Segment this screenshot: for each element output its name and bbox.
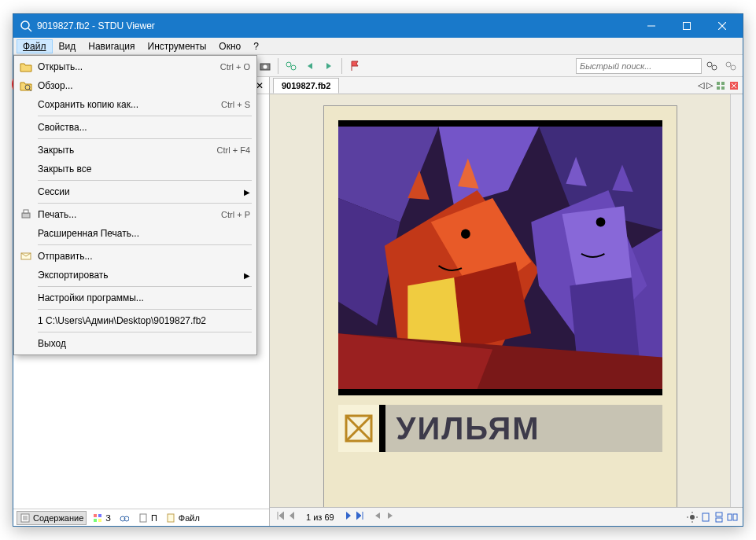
svg-rect-38 [717,86,720,90]
svg-point-21 [712,65,717,70]
sidebar-tab-contents[interactable]: Содержание [17,511,87,525]
svg-line-1 [28,28,31,31]
svg-point-20 [707,62,712,67]
menu-open[interactable]: Открыть...Ctrl + O [16,57,255,76]
svg-rect-79 [22,213,30,218]
svg-point-59 [596,217,605,226]
status-bar: 1 из 69 [270,507,743,526]
sidebar-tab-search[interactable]: П [135,512,160,524]
menu-tools[interactable]: Инструменты [142,39,213,53]
sidebar-tab-bookmarks[interactable] [116,512,132,524]
menu-advanced-print[interactable]: Расширенная Печать... [16,224,255,243]
sidebar-tab-thumbnails[interactable]: З [90,512,113,524]
menu-recent-1[interactable]: 1 C:\Users\Админ\Desktop\9019827.fb2 [16,311,255,330]
svg-rect-74 [716,518,722,522]
svg-rect-39 [721,86,725,90]
menu-help[interactable]: ? [247,39,265,53]
last-page-icon[interactable] [355,510,366,523]
tab-close-icon[interactable] [728,80,739,91]
menu-send[interactable]: Отправить... [16,247,255,266]
titlebar[interactable]: 9019827.fb2 - STDU Viewer [13,14,743,38]
brightness-icon[interactable] [687,512,698,523]
main-area: 9019827.fb2 ◁ ▷ [270,77,743,526]
menu-save-copy[interactable]: Сохранить копию как...Ctrl + S [16,95,255,114]
nav-back-icon[interactable] [372,510,383,523]
menu-export[interactable]: Экспортировать▶ [16,266,255,285]
svg-rect-72 [703,513,709,521]
menu-close-all[interactable]: Закрыть все [16,160,255,178]
svg-rect-73 [716,512,722,516]
menu-close[interactable]: ЗакрытьCtrl + F4 [16,141,255,160]
prev-page-icon[interactable] [287,510,297,523]
layout-facing-icon[interactable] [727,512,738,523]
menu-settings[interactable]: Настройки программы... [16,288,255,307]
svg-rect-36 [717,82,720,85]
file-icon [165,512,176,523]
menu-window[interactable]: Окно [212,39,247,53]
svg-rect-80 [24,210,28,213]
find-prev-icon[interactable] [301,57,319,75]
vertical-scrollbar[interactable] [730,94,743,507]
document-page: УИЛЬЯМ [323,105,677,507]
svg-rect-37 [721,82,725,85]
first-page-icon[interactable] [275,510,286,523]
svg-point-23 [731,65,736,70]
thumbnails-icon [92,512,103,523]
svg-point-22 [726,62,731,67]
folder-search-icon [19,79,33,93]
document-tabs: 9019827.fb2 ◁ ▷ [270,77,743,94]
svg-rect-29 [98,514,101,517]
tab-grid-icon[interactable] [715,80,726,91]
book-logo-icon [338,405,385,452]
flag-icon[interactable] [346,57,363,75]
search-input[interactable] [576,58,702,74]
svg-rect-31 [98,519,101,522]
tab-next-icon[interactable]: ▷ [706,80,713,91]
app-window: 9019827.fb2 - STDU Viewer Файл Вид Навиг… [13,13,743,527]
svg-rect-28 [94,514,97,517]
search-go-icon[interactable] [703,57,721,75]
svg-point-18 [286,62,291,67]
layout-continuous-icon[interactable] [714,512,725,523]
svg-rect-34 [140,514,146,522]
svg-rect-76 [733,514,737,520]
snapshot-icon[interactable] [256,57,274,75]
nav-forward-icon[interactable] [385,510,396,523]
maximize-button[interactable] [669,14,704,38]
menu-file[interactable]: Файл [17,39,53,53]
document-tab[interactable]: 9019827.fb2 [273,78,339,94]
menu-browse[interactable]: Обзор... [16,76,255,95]
envelope-icon [19,249,33,263]
svg-point-0 [21,21,29,29]
layout-single-icon[interactable] [700,512,711,523]
svg-rect-3 [683,23,690,30]
menu-view[interactable]: Вид [53,39,83,53]
search-advanced-icon[interactable] [722,57,739,75]
sidebar-tab-file[interactable]: Файл [163,512,202,524]
find-next-icon[interactable] [320,57,337,75]
svg-rect-75 [728,514,732,520]
svg-rect-35 [168,514,174,522]
app-icon [20,20,32,32]
tab-prev-icon[interactable]: ◁ [698,80,704,91]
sidebar-tabs: Содержание З П Файл [13,509,269,526]
svg-rect-30 [94,519,97,522]
menu-sessions[interactable]: Сессии▶ [16,182,255,201]
document-viewer[interactable]: УИЛЬЯМ [270,94,730,507]
svg-point-67 [690,515,695,520]
page-counter[interactable]: 1 из 69 [300,512,341,522]
printer-icon [19,208,33,222]
menu-print[interactable]: Печать...Ctrl + P [16,205,255,224]
menu-navigation[interactable]: Навигация [82,39,141,53]
minimize-button[interactable] [633,14,669,38]
find-icon[interactable] [282,57,300,75]
svg-point-17 [264,64,267,68]
next-page-icon[interactable] [344,510,353,523]
menu-properties[interactable]: Свойства... [16,118,255,137]
menu-exit[interactable]: Выход [16,334,255,353]
close-button[interactable] [704,14,739,38]
file-menu-dropdown: Открыть...Ctrl + O Обзор... Сохранить ко… [13,55,257,355]
contents-icon [20,512,31,523]
svg-point-19 [291,65,296,70]
page-icon [138,512,149,523]
